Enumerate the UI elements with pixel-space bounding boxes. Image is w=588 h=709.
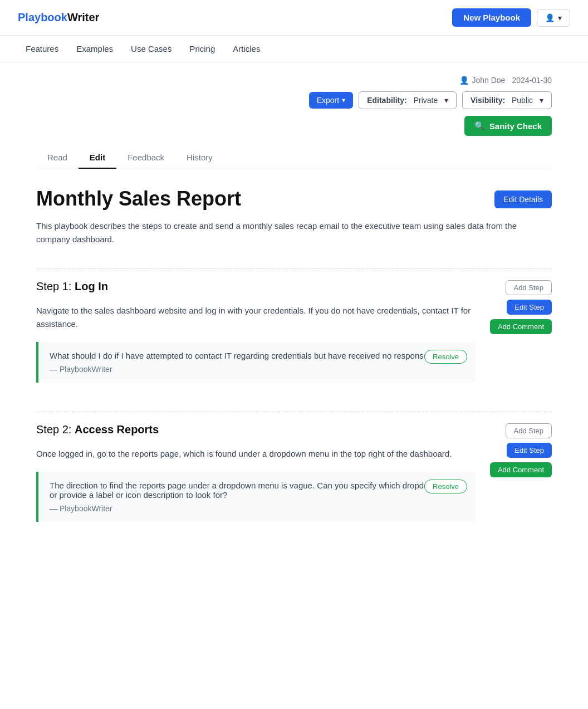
step-number-2: Step 2: xyxy=(36,423,71,436)
sanity-check-button[interactable]: 🔍 Sanity Check xyxy=(464,116,552,136)
editability-button[interactable]: Editability: Private ▾ xyxy=(359,91,457,109)
nav-item-features[interactable]: Features xyxy=(18,41,66,57)
step-title-bold-2: Access Reports xyxy=(75,423,159,436)
meta-row: 👤 John Doe 2024-01-30 xyxy=(36,76,552,85)
nav-item-pricing[interactable]: Pricing xyxy=(182,41,223,57)
nav-item-use-cases[interactable]: Use Cases xyxy=(123,41,179,57)
main-content: 👤 John Doe 2024-01-30 Export Editability… xyxy=(0,62,588,564)
user-dropdown-arrow: ▾ xyxy=(558,13,562,22)
header: PlaybookWriter New Playbook 👤 ▾ xyxy=(0,0,588,36)
playbook-title: Monthly Sales Report xyxy=(36,187,241,211)
playbook-description: This playbook describes the steps to cre… xyxy=(36,219,552,246)
step-number-1: Step 1: xyxy=(36,280,71,292)
visibility-button[interactable]: Visibility: Public ▾ xyxy=(462,91,552,109)
step-content-2: Step 2: Access Reports Once logged in, g… xyxy=(36,423,476,533)
edit-step-button-1[interactable]: Edit Step xyxy=(507,300,552,315)
editability-value: Private xyxy=(414,96,438,105)
comment-card-2: The direction to find the reports page u… xyxy=(36,472,476,522)
meta-username: John Doe xyxy=(472,76,505,85)
logo-part2: Writer xyxy=(67,11,99,23)
editability-prefix: Editability: xyxy=(367,96,407,105)
logo-part1: Playbook xyxy=(18,11,67,23)
search-icon: 🔍 xyxy=(474,121,485,131)
meta-date: 2024-01-30 xyxy=(512,76,552,85)
add-comment-button-1[interactable]: Add Comment xyxy=(490,319,552,334)
add-step-button-1[interactable]: Add Step xyxy=(506,280,552,295)
main-nav: Features Examples Use Cases Pricing Arti… xyxy=(0,36,588,62)
tabs: Read Edit Feedback History xyxy=(36,147,552,169)
step-content-1: Step 1: Log In Navigate to the sales das… xyxy=(36,280,476,394)
step-section-1: Step 1: Log In Navigate to the sales das… xyxy=(36,268,552,394)
edit-step-button-2[interactable]: Edit Step xyxy=(507,443,552,458)
resolve-button-1[interactable]: Resolve xyxy=(424,350,467,364)
step-divider-2 xyxy=(36,412,552,412)
step-actions-2: Add Step Edit Step Add Comment xyxy=(490,423,552,477)
step-body-2: Once logged in, go to the reports page, … xyxy=(36,447,476,461)
visibility-prefix: Visibility: xyxy=(471,96,505,105)
user-menu-button[interactable]: 👤 ▾ xyxy=(537,9,570,27)
comment-text-2: The direction to find the reports page u… xyxy=(50,481,465,500)
visibility-chevron-icon: ▾ xyxy=(540,96,543,105)
comment-author-2: — PlaybookWriter xyxy=(50,504,465,513)
add-comment-button-2[interactable]: Add Comment xyxy=(490,462,552,477)
comment-author-1: — PlaybookWriter xyxy=(50,365,465,374)
tab-read[interactable]: Read xyxy=(36,147,79,169)
meta-user-icon: 👤 xyxy=(459,76,469,85)
export-button[interactable]: Export xyxy=(309,92,353,109)
step-title-2: Step 2: Access Reports xyxy=(36,423,476,436)
resolve-button-2[interactable]: Resolve xyxy=(424,480,467,493)
step-actions-1: Add Step Edit Step Add Comment xyxy=(490,280,552,334)
step-section-2: Step 2: Access Reports Once logged in, g… xyxy=(36,412,552,533)
tab-feedback[interactable]: Feedback xyxy=(116,147,175,169)
comment-card-1: What should I do if I have attempted to … xyxy=(36,342,476,383)
edit-details-button[interactable]: Edit Details xyxy=(494,190,552,208)
tab-edit[interactable]: Edit xyxy=(79,147,116,169)
nav-item-articles[interactable]: Articles xyxy=(225,41,268,57)
comment-text-1: What should I do if I have attempted to … xyxy=(50,351,465,360)
step-row-2: Step 2: Access Reports Once logged in, g… xyxy=(36,423,552,533)
logo: PlaybookWriter xyxy=(18,11,99,24)
step-body-1: Navigate to the sales dashboard website … xyxy=(36,304,476,331)
tab-history[interactable]: History xyxy=(175,147,224,169)
action-row: Export Editability: Private ▾ Visibility… xyxy=(36,91,552,109)
visibility-value: Public xyxy=(512,96,533,105)
step-title-1: Step 1: Log In xyxy=(36,280,476,293)
new-playbook-button[interactable]: New Playbook xyxy=(452,8,531,27)
sanity-check-label: Sanity Check xyxy=(489,121,542,131)
header-actions: New Playbook 👤 ▾ xyxy=(452,8,570,27)
step-row-1: Step 1: Log In Navigate to the sales das… xyxy=(36,280,552,394)
playbook-header: Monthly Sales Report Edit Details xyxy=(36,187,552,211)
editability-chevron-icon: ▾ xyxy=(444,96,448,105)
step-title-bold-1: Log In xyxy=(75,280,108,292)
nav-item-examples[interactable]: Examples xyxy=(68,41,121,57)
step-divider-1 xyxy=(36,268,552,269)
add-step-button-2[interactable]: Add Step xyxy=(506,423,552,438)
meta-user: 👤 John Doe xyxy=(459,76,505,85)
user-icon: 👤 xyxy=(545,13,555,22)
